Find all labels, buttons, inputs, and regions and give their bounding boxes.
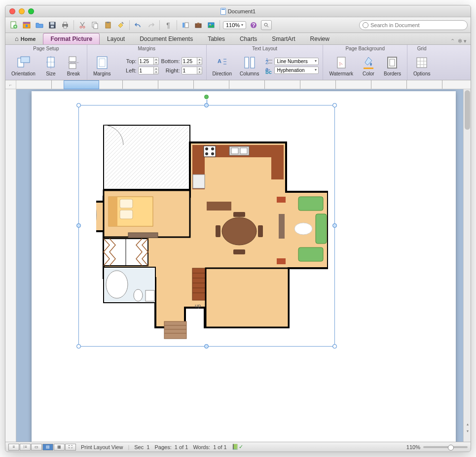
rotate-handle[interactable] (204, 95, 209, 99)
resize-handle-bm[interactable] (204, 344, 209, 349)
grid-options-button[interactable]: Options (411, 54, 432, 77)
svg-rect-85 (277, 258, 286, 264)
document-canvas[interactable]: up ▴ ▾ (16, 89, 471, 442)
svg-rect-79 (279, 214, 285, 239)
break-button[interactable]: Break (64, 54, 83, 77)
zoom-combo[interactable]: 110% (223, 21, 246, 29)
page[interactable]: up (32, 91, 456, 442)
svg-rect-80 (298, 197, 323, 211)
selected-picture[interactable]: up (78, 105, 335, 347)
margin-left-input[interactable]: ▴▾ (138, 67, 159, 74)
size-button[interactable]: Size (41, 54, 60, 77)
svg-rect-14 (94, 24, 98, 29)
collapse-ribbon-icon[interactable]: ⌃ (450, 38, 455, 44)
resize-handle-mr[interactable] (332, 223, 337, 228)
scrollbar-thumb[interactable] (465, 90, 470, 130)
view-fullscreen-button[interactable]: ⛶ (65, 444, 76, 451)
tab-tables[interactable]: Tables (200, 33, 232, 44)
margin-bottom-input[interactable]: ▴▾ (182, 57, 202, 65)
columns-button[interactable]: Columns (238, 54, 261, 77)
view-sidebar-button[interactable] (180, 20, 191, 31)
line-numbers-button[interactable]: 12 Line Numbers (265, 58, 319, 65)
media-button[interactable] (206, 20, 217, 31)
view-notebook-button[interactable]: ▦ (54, 444, 65, 451)
resize-handle-tm[interactable] (204, 103, 209, 107)
resize-handle-ml[interactable] (76, 223, 81, 228)
zoom-percent[interactable]: 110% (406, 444, 420, 450)
separator (177, 20, 177, 30)
spellcheck-icon[interactable]: 📗✓ (232, 444, 243, 450)
pilcrow-button[interactable]: ¶ (163, 20, 174, 31)
vertical-ruler[interactable] (5, 89, 16, 442)
svg-rect-27 (21, 57, 30, 63)
search-menu-button[interactable] (261, 20, 272, 30)
group-grid: Grid Options (407, 45, 436, 80)
direction-button[interactable]: A Direction (211, 54, 234, 77)
svg-rect-29 (69, 57, 76, 62)
margins-button[interactable]: Margins (91, 54, 113, 77)
borders-button[interactable]: Borders (382, 54, 403, 77)
watermark-button[interactable]: A Watermark (327, 54, 355, 77)
tab-format-picture[interactable]: Format Picture (43, 33, 100, 44)
margin-right-input[interactable]: ▴▾ (182, 67, 202, 74)
vertical-scrollbar[interactable]: ▴ ▾ (463, 89, 471, 442)
floorplan-image: up (96, 120, 328, 340)
resize-handle-tl[interactable] (76, 103, 81, 107)
undo-button[interactable] (133, 20, 144, 31)
svg-rect-89 (164, 321, 186, 339)
horizontal-ruler[interactable]: ⌐ (5, 80, 471, 89)
help-button[interactable]: ? (248, 20, 259, 31)
svg-rect-82 (298, 247, 323, 261)
resize-handle-br[interactable] (332, 344, 337, 349)
tab-review[interactable]: Review (303, 33, 337, 44)
save-button[interactable] (47, 20, 58, 31)
search-box[interactable] (359, 20, 468, 30)
svg-point-12 (83, 26, 85, 28)
print-button[interactable] (60, 20, 71, 31)
words-label: Words: 1 of 1 (193, 444, 226, 450)
tab-smartart[interactable]: SmartArt (264, 33, 302, 44)
view-print-button[interactable]: ▤ (42, 444, 53, 451)
paste-button[interactable] (103, 20, 113, 31)
view-label: Print Layout View (81, 444, 123, 450)
tab-charts[interactable]: Charts (232, 33, 264, 44)
new-doc-button[interactable] (8, 20, 19, 31)
resize-handle-bl[interactable] (76, 344, 81, 349)
svg-rect-20 (197, 23, 199, 24)
ruler-corner[interactable]: ⌐ (5, 80, 16, 89)
ribbon-tabs: Home Format Picture Layout Document Elem… (5, 33, 471, 45)
copy-button[interactable] (90, 20, 101, 31)
open-button[interactable] (34, 20, 45, 31)
view-draft-button[interactable]: ≡ (8, 444, 19, 451)
orientation-button[interactable]: Orientation (9, 54, 37, 77)
format-painter-button[interactable] (115, 20, 126, 31)
view-publishing-button[interactable]: ▭ (31, 444, 42, 451)
section-label: Sec 1 (134, 444, 149, 450)
search-input[interactable] (370, 22, 463, 28)
tab-layout[interactable]: Layout (100, 33, 132, 44)
cut-button[interactable] (77, 20, 88, 31)
redo-button[interactable] (146, 20, 156, 31)
svg-rect-47 (105, 127, 188, 188)
ruler-indent-marker[interactable] (64, 80, 99, 89)
resize-handle-tr[interactable] (332, 103, 337, 107)
svg-rect-62 (109, 197, 117, 226)
window-title: Document1 (5, 8, 471, 15)
svg-text:A: A (218, 58, 221, 64)
scroll-down-icon[interactable]: ▾ (464, 428, 471, 435)
svg-rect-74 (233, 212, 245, 217)
margin-top-input[interactable]: ▴▾ (138, 57, 159, 65)
gear-icon[interactable]: ✻ ▾ (458, 38, 467, 44)
view-outline-button[interactable]: ⁝≡ (20, 444, 31, 451)
svg-rect-19 (195, 24, 201, 28)
template-button[interactable] (21, 20, 32, 31)
page-color-button[interactable]: Color (359, 54, 378, 77)
zoom-slider[interactable] (423, 446, 468, 448)
tab-home[interactable]: Home (7, 33, 43, 44)
svg-rect-72 (146, 290, 154, 301)
svg-rect-59 (193, 175, 205, 188)
toolbox-button[interactable] (193, 20, 204, 31)
scroll-up-icon[interactable]: ▴ (464, 421, 471, 428)
hyphenation-button[interactable]: a-bc Hyphenation (265, 67, 319, 74)
tab-document-elements[interactable]: Document Elements (132, 33, 200, 44)
